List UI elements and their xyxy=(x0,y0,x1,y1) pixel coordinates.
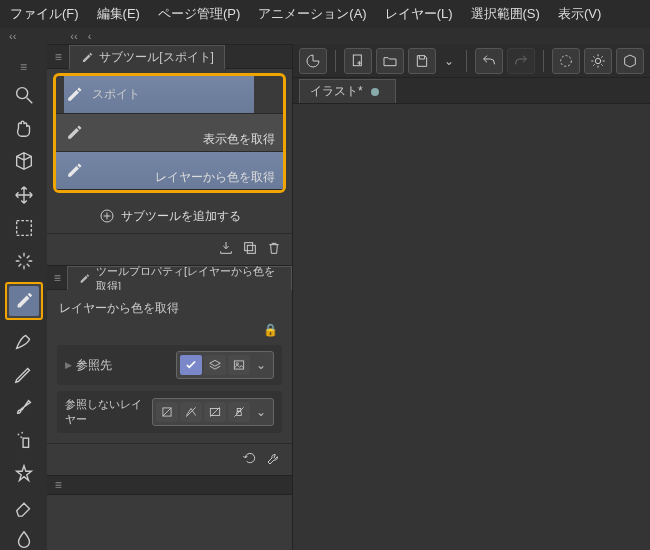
eyedropper-icon xyxy=(64,123,84,143)
duplicate-icon[interactable] xyxy=(242,240,258,259)
collapse-double-icon[interactable]: ‹‹ xyxy=(67,30,80,42)
svg-point-4 xyxy=(21,432,23,434)
svg-rect-6 xyxy=(23,439,29,448)
menu-file[interactable]: ファイル(F) xyxy=(10,5,79,23)
pencil-tool[interactable] xyxy=(10,362,38,386)
effect-tool[interactable] xyxy=(10,462,38,486)
unsaved-dot-icon xyxy=(371,88,379,96)
lock-icon[interactable]: 🔒 xyxy=(57,321,282,339)
svg-rect-2 xyxy=(16,220,31,235)
svg-rect-19 xyxy=(353,55,361,66)
magnifier-tool[interactable] xyxy=(10,83,38,107)
menu-page[interactable]: ページ管理(P) xyxy=(158,5,240,23)
svg-rect-9 xyxy=(247,245,255,253)
spray-tool[interactable] xyxy=(10,428,38,452)
menu-anim[interactable]: アニメーション(A) xyxy=(258,5,366,23)
plus-circle-icon xyxy=(99,208,115,224)
hand-tool[interactable] xyxy=(10,116,38,140)
toolprop-section: レイヤーから色を取得 🔒 ▶ 参照先 ⌄ 参照しないレイヤー xyxy=(47,290,292,443)
menu-view[interactable]: 表示(V) xyxy=(558,5,601,23)
eyedropper-tool-selected[interactable] xyxy=(5,282,43,320)
loading-icon[interactable] xyxy=(552,48,580,74)
svg-point-21 xyxy=(595,58,600,63)
new-file-icon[interactable] xyxy=(344,48,372,74)
pen-tool[interactable] xyxy=(10,329,38,353)
subtool-tab[interactable]: サブツール[スポイト] xyxy=(69,45,225,69)
subtool-label: 表示色を取得 xyxy=(203,131,275,148)
eyedropper-icon xyxy=(64,161,84,181)
panel-menu-icon[interactable]: ≡ xyxy=(47,50,69,64)
prop-row-ref-target: ▶ 参照先 ⌄ xyxy=(57,345,282,385)
panel-column: ≡ サブツール[スポイト] スポイト 表示色を取得 レイヤーから色を取得 xyxy=(47,44,293,550)
add-subtool-button[interactable]: サブツールを追加する xyxy=(47,199,292,233)
svg-rect-10 xyxy=(234,361,243,369)
document-tabs: イラスト* xyxy=(293,78,650,104)
ref-opt-check[interactable] xyxy=(180,355,202,375)
collapse-single-icon[interactable]: ‹ xyxy=(85,30,95,42)
clip-icon[interactable] xyxy=(299,48,327,74)
subtool-panel-header: ≡ サブツール[スポイト] xyxy=(47,44,292,69)
move-tool[interactable] xyxy=(10,182,38,206)
eyedropper-icon xyxy=(80,51,94,65)
wand-tool[interactable] xyxy=(10,249,38,273)
panel-menu-icon[interactable]: ≡ xyxy=(47,478,69,492)
subtool-item-display-color[interactable]: 表示色を取得 xyxy=(56,114,283,152)
document-toolbar: ⌄ xyxy=(293,44,650,78)
menu-bar: ファイル(F) 編集(E) ページ管理(P) アニメーション(A) レイヤー(L… xyxy=(0,0,650,28)
open-file-icon[interactable] xyxy=(376,48,404,74)
ref-opt-image[interactable] xyxy=(228,355,250,375)
tool-menu-icon[interactable]: ≡ xyxy=(16,60,31,74)
document-tab[interactable]: イラスト* xyxy=(299,79,396,103)
menu-layer[interactable]: レイヤー(L) xyxy=(385,5,453,23)
redo-icon[interactable] xyxy=(507,48,535,74)
prop-label: 参照しないレイヤー xyxy=(65,397,152,427)
subtool-label: スポイト xyxy=(92,86,140,103)
chevron-down-icon[interactable]: ⌄ xyxy=(252,405,270,419)
svg-line-1 xyxy=(26,98,32,104)
tool-strip: ≡ xyxy=(0,44,47,550)
menu-edit[interactable]: 編集(E) xyxy=(97,5,140,23)
sun-icon[interactable] xyxy=(584,48,612,74)
subtool-footer xyxy=(47,233,292,265)
chevron-down-icon[interactable]: ⌄ xyxy=(440,54,458,68)
eyedropper-icon xyxy=(78,272,91,286)
3d-tool[interactable] xyxy=(10,149,38,173)
panel-menu-icon[interactable]: ≡ xyxy=(47,271,67,285)
toolprop-heading: レイヤーから色を取得 xyxy=(57,296,282,321)
canvas-column: ⌄ イラスト* xyxy=(293,44,650,550)
toolprop-footer xyxy=(47,443,292,475)
expand-icon[interactable]: ▶ xyxy=(65,360,72,370)
subtool-list-highlight: スポイト 表示色を取得 レイヤーから色を取得 xyxy=(53,73,286,193)
ref-target-options: ⌄ xyxy=(176,351,274,379)
subtool-tab-label: サブツール[スポイト] xyxy=(99,49,214,66)
menu-select[interactable]: 選択範囲(S) xyxy=(471,5,540,23)
toolprop-tab[interactable]: ツールプロパティ[レイヤーから色を取得] xyxy=(67,266,292,290)
ign-opt-3[interactable] xyxy=(204,402,226,422)
cube-icon[interactable] xyxy=(616,48,644,74)
brush-tool[interactable] xyxy=(10,395,38,419)
wrench-icon[interactable] xyxy=(266,450,282,469)
eraser-tool[interactable] xyxy=(10,495,38,519)
chevron-down-icon[interactable]: ⌄ xyxy=(252,358,270,372)
canvas-area[interactable] xyxy=(293,104,650,550)
subtool-item-eyedropper[interactable]: スポイト xyxy=(56,76,283,114)
marquee-tool[interactable] xyxy=(10,216,38,240)
svg-point-5 xyxy=(20,437,22,439)
save-icon[interactable] xyxy=(408,48,436,74)
toolprop-tab-label: ツールプロパティ[レイヤーから色を取得] xyxy=(96,264,281,294)
subtool-item-layer-color[interactable]: レイヤーから色を取得 xyxy=(56,152,283,190)
svg-point-0 xyxy=(16,88,27,99)
trash-icon[interactable] xyxy=(266,240,282,259)
ign-opt-1[interactable] xyxy=(156,402,178,422)
collapse-left-double-icon[interactable]: ‹‹ xyxy=(6,30,19,42)
svg-line-13 xyxy=(163,408,171,416)
import-icon[interactable] xyxy=(218,240,234,259)
blend-tool[interactable] xyxy=(10,528,38,550)
svg-point-20 xyxy=(561,55,572,66)
reset-icon[interactable] xyxy=(242,450,258,469)
ref-opt-layers[interactable] xyxy=(204,355,226,375)
ign-opt-2[interactable] xyxy=(180,402,202,422)
brushsize-panel-header: ≡ xyxy=(47,475,292,495)
ign-opt-4[interactable] xyxy=(228,402,250,422)
undo-icon[interactable] xyxy=(475,48,503,74)
